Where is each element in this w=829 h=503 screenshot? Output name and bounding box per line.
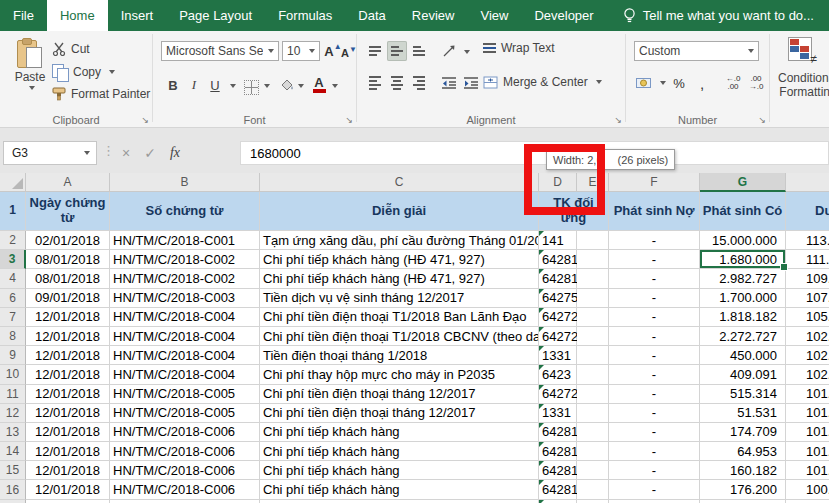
cell-du[interactable]: 101. (786, 461, 829, 480)
cell-empty[interactable] (577, 365, 609, 384)
clipboard-dialog-launcher[interactable]: ↘ (141, 115, 149, 125)
row-header-13[interactable]: 13 (0, 423, 26, 442)
cell-phat-sinh-no[interactable]: - (609, 269, 700, 288)
bold-button[interactable]: B (163, 75, 183, 95)
cell-empty[interactable] (577, 423, 609, 442)
column-header-B[interactable]: B (110, 173, 260, 192)
cell-date[interactable]: 12/01/2018 (26, 500, 110, 503)
cell-phat-sinh-co[interactable]: 2.982.727 (700, 269, 786, 288)
row-header-17[interactable]: 17 (0, 500, 26, 503)
cell-phat-sinh-co[interactable]: 1.700.000 (700, 289, 786, 308)
decrease-decimal-button[interactable]: .00→.0 (746, 73, 766, 93)
row-header-7[interactable]: 7 (0, 308, 26, 327)
formula-input[interactable]: 1680000 (240, 141, 829, 165)
row-header-11[interactable]: 11 (0, 385, 26, 404)
row-header-1[interactable]: 1 (0, 192, 26, 231)
cell-description[interactable]: Chi phí tiền điện thoại T1/2018 Ban Lãnh… (260, 308, 539, 327)
cell-phat-sinh-no[interactable]: - (609, 442, 700, 461)
accounting-format-button[interactable] (634, 73, 654, 93)
cell-empty[interactable] (577, 250, 609, 269)
underline-dropdown-icon[interactable] (230, 84, 236, 88)
row-header-2[interactable]: 2 (0, 231, 26, 250)
cell-empty[interactable] (577, 385, 609, 404)
alignment-dialog-launcher[interactable]: ↘ (614, 115, 622, 125)
borders-button[interactable] (241, 77, 261, 97)
fill-color-dropdown-icon[interactable] (298, 84, 304, 88)
name-box[interactable]: G3 (3, 141, 97, 165)
merge-center-dropdown-icon[interactable] (596, 80, 602, 84)
italic-button[interactable]: I (184, 75, 204, 95)
cell-empty[interactable] (577, 404, 609, 423)
cell-date[interactable]: 02/01/2018 (26, 231, 110, 250)
fill-color-button[interactable] (277, 75, 297, 95)
copy-button[interactable]: Copy (48, 62, 119, 82)
cell-doc-number[interactable]: HN/TM/C/2018-C004 (110, 327, 260, 346)
cell-doc-number[interactable]: HN/TM/C/2018-C005 (110, 385, 260, 404)
tab-review[interactable]: Review (399, 0, 468, 31)
cell-date[interactable]: 12/01/2018 (26, 404, 110, 423)
cell-phat-sinh-co[interactable]: 409.091 (700, 365, 786, 384)
orientation-button[interactable] (439, 41, 459, 61)
cell-empty[interactable] (577, 442, 609, 461)
wrap-text-button[interactable]: Wrap Text (479, 39, 559, 57)
cell-du[interactable]: 100. (786, 500, 829, 503)
cell-du[interactable]: 101. (786, 404, 829, 423)
cell-phat-sinh-co[interactable]: 174.709 (700, 423, 786, 442)
cell-description[interactable]: Chi phí tiếp khách hàng (260, 500, 539, 503)
cell-phat-sinh-no[interactable]: - (609, 231, 700, 250)
cell-tk-doi-ung[interactable]: 64281 (539, 500, 577, 503)
cell-phat-sinh-co[interactable]: 2.272.727 (700, 327, 786, 346)
cell-description[interactable]: Chi phí tiếp khách hàng (260, 423, 539, 442)
increase-decimal-button[interactable]: ←.0.00 (723, 73, 743, 93)
comma-button[interactable]: , (692, 73, 712, 93)
cell-date[interactable]: 12/01/2018 (26, 327, 110, 346)
cell-phat-sinh-no[interactable]: - (609, 289, 700, 308)
font-dialog-launcher[interactable]: ↘ (345, 115, 353, 125)
cell-tk-doi-ung[interactable]: 64272 (539, 385, 577, 404)
cell-empty[interactable] (577, 346, 609, 365)
cell-doc-number[interactable]: HN/TM/C/2018-C001 (110, 231, 260, 250)
cell-phat-sinh-co[interactable]: 51.531 (700, 404, 786, 423)
cell-empty[interactable] (577, 327, 609, 346)
number-dialog-launcher[interactable]: ↘ (758, 115, 766, 125)
cell-doc-number[interactable]: HN/TM/C/2018-C004 (110, 346, 260, 365)
cell-du[interactable]: 101. (786, 385, 829, 404)
cell-description[interactable]: Chi phí tiền điện thoại T1/2018 CBCNV (t… (260, 327, 539, 346)
cell-du[interactable]: 113. (786, 231, 829, 250)
cell-phat-sinh-no[interactable]: - (609, 365, 700, 384)
cell-du[interactable]: 105. (786, 308, 829, 327)
cell-phat-sinh-no[interactable]: - (609, 404, 700, 423)
cell-doc-number[interactable]: HN/TM/C/2018-C004 (110, 365, 260, 384)
cell-phat-sinh-co[interactable]: 63.364 (700, 500, 786, 503)
cell-date[interactable]: 12/01/2018 (26, 480, 110, 499)
cell-tk-doi-ung[interactable]: 64281 (539, 423, 577, 442)
conditional-formatting-button[interactable]: Conditional Formatting (778, 71, 829, 99)
cell-phat-sinh-no[interactable]: - (609, 250, 700, 269)
tab-file[interactable]: File (0, 0, 47, 31)
column-header-A[interactable]: A (26, 173, 110, 192)
cell-tk-doi-ung[interactable]: 1331 (539, 346, 577, 365)
header-phat-sinh-no[interactable]: Phát sinh Nợ (609, 192, 700, 231)
cell-date[interactable]: 08/01/2018 (26, 250, 110, 269)
cell-date[interactable]: 12/01/2018 (26, 385, 110, 404)
cell-phat-sinh-co[interactable]: 15.000.000 (700, 231, 786, 250)
cell-description[interactable]: Chi phí tiền điện thoại tháng 12/2017 (260, 385, 539, 404)
cell-doc-number[interactable]: HN/TM/C/2018-C002 (110, 269, 260, 288)
top-align-button[interactable] (365, 41, 385, 61)
cell-date[interactable]: 12/01/2018 (26, 461, 110, 480)
middle-align-button[interactable] (387, 41, 407, 61)
format-painter-button[interactable]: Format Painter (48, 85, 154, 103)
cell-phat-sinh-no[interactable]: - (609, 308, 700, 327)
column-header-C[interactable]: C (260, 173, 539, 192)
cell-phat-sinh-no[interactable]: - (609, 500, 700, 503)
header-du[interactable]: Dư (786, 192, 829, 231)
paste-dropdown-icon[interactable] (29, 86, 35, 90)
cell-date[interactable]: 12/01/2018 (26, 365, 110, 384)
cell-phat-sinh-co[interactable]: 64.953 (700, 442, 786, 461)
borders-dropdown-icon[interactable] (264, 84, 270, 88)
cell-date[interactable]: 12/01/2018 (26, 346, 110, 365)
align-left-button[interactable] (365, 73, 385, 93)
cell-phat-sinh-co[interactable]: 450.000 (700, 346, 786, 365)
cell-description[interactable]: Tạm ứng xăng dầu, phí cầu đường Tháng 01… (260, 231, 539, 250)
cell-empty[interactable] (577, 461, 609, 480)
